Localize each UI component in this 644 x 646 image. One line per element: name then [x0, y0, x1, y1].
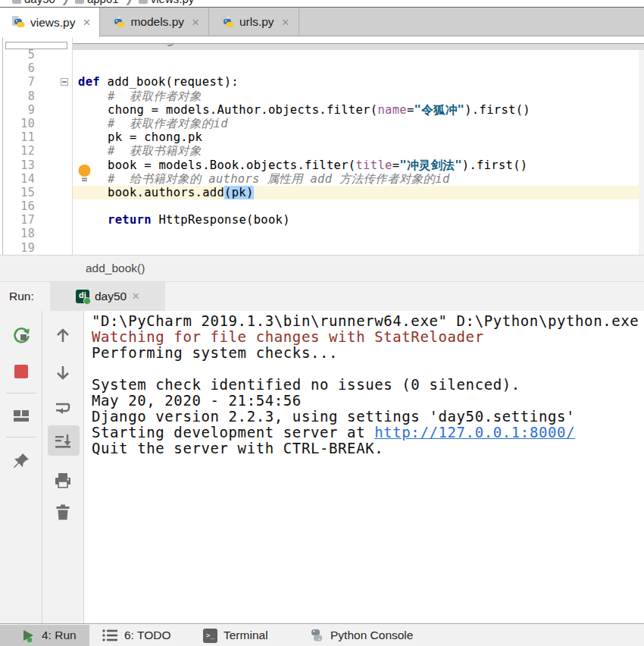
intention-bulb-icon[interactable] — [77, 164, 92, 185]
code-line-7[interactable]: 7def add_book(request): — [0, 75, 644, 89]
toolwindow-run-button[interactable]: 4: Run — [0, 625, 89, 646]
up-button[interactable] — [52, 325, 73, 346]
breadcrumb: day50❯app01❯views.py — [0, 0, 644, 8]
scroll-to-end-button[interactable] — [52, 431, 73, 452]
stop-icon — [11, 362, 31, 381]
line-number[interactable]: 10 — [0, 117, 35, 130]
restore-layout-button[interactable] — [11, 405, 32, 426]
toolwindow-todo-button[interactable]: 6: TODO — [102, 625, 170, 646]
terminal-icon: >_ — [203, 629, 217, 643]
toolwindow-label: Terminal — [224, 629, 268, 642]
context-bar: add_book() — [0, 255, 644, 282]
code-text: chong = models.Author.objects.filter(nam… — [72, 103, 530, 117]
line-number[interactable]: 13 — [0, 158, 35, 172]
pycharm-window: day50❯app01❯views.py views.py× models.py… — [0, 0, 644, 646]
run-config-tab[interactable]: dj day50 × — [50, 282, 165, 311]
code-text: # 获取作者对象的id — [72, 117, 228, 130]
toolwindow-label: Python Console — [330, 629, 413, 642]
toolwindow-terminal-button[interactable]: >_Terminal — [203, 625, 268, 646]
line-number[interactable]: 7 — [0, 75, 35, 89]
code-line-15[interactable]: 15book.authors.add(pk) — [0, 186, 644, 199]
line-number[interactable]: 16 — [0, 199, 35, 213]
close-icon[interactable]: × — [83, 16, 90, 29]
line-number[interactable]: 8 — [0, 89, 35, 103]
code-text — [72, 227, 78, 240]
close-icon[interactable]: × — [192, 16, 199, 29]
scroll-to-end-icon — [53, 431, 73, 451]
code-text — [72, 48, 78, 61]
breadcrumb-item[interactable]: day50 — [24, 0, 55, 5]
rerun-icon — [11, 325, 31, 345]
code-line-12[interactable]: 12# 获取书籍对象 — [0, 144, 644, 158]
context-function-label[interactable]: add_book() — [86, 256, 145, 281]
editor-tab-views-py[interactable]: views.py× — [0, 8, 100, 37]
code-line-6[interactable]: 6 — [0, 61, 644, 75]
close-icon[interactable]: × — [132, 289, 139, 304]
code-line-19[interactable]: 19 — [0, 241, 644, 255]
pin-button[interactable] — [11, 450, 32, 472]
down-button[interactable] — [52, 362, 73, 384]
soft-wrap-icon — [53, 398, 73, 418]
code-line-10[interactable]: 10# 获取作者对象的id — [0, 117, 644, 130]
clear-trash-icon — [53, 503, 73, 522]
code-editor[interactable]: 567def add_book(request):8# 获取作者对象9chong… — [0, 36, 644, 255]
pin-icon — [11, 451, 31, 471]
console-text: Starting development server at — [92, 424, 374, 441]
fold-marker-icon[interactable] — [61, 78, 68, 86]
editor-tab-urls-py[interactable]: urls.py× — [209, 8, 299, 36]
line-number[interactable]: 19 — [0, 241, 35, 255]
breadcrumb-item[interactable]: app01 — [87, 0, 119, 5]
line-number[interactable]: 15 — [0, 186, 35, 199]
code-line-9[interactable]: 9chong = models.Author.objects.filter(na… — [0, 103, 644, 117]
code-line-16[interactable]: 16 — [0, 199, 644, 213]
console-line: System check identified no issues (0 sil… — [84, 377, 644, 393]
line-number[interactable]: 12 — [0, 144, 35, 158]
code-line-17[interactable]: 17return HttpResponse(book) — [0, 213, 644, 227]
line-number[interactable]: 17 — [0, 213, 35, 227]
code-line-8[interactable]: 8# 获取作者对象 — [0, 89, 644, 103]
console-text: System check identified no issues (0 sil… — [92, 376, 521, 393]
console-line: "D:\PyCharm 2019.1.3\bin\runnerw64.exe" … — [84, 313, 644, 329]
clear-button[interactable] — [52, 502, 73, 523]
editor-scroll-strip[interactable] — [639, 50, 644, 255]
line-number[interactable]: 11 — [0, 130, 35, 144]
rerun-button[interactable] — [11, 325, 32, 346]
scroll-up-icon — [53, 325, 73, 345]
console-line: Watching for file changes with StatReloa… — [84, 329, 644, 345]
line-number[interactable]: 14 — [0, 172, 35, 186]
soft-wrap-button[interactable] — [52, 397, 73, 419]
tab-label: models.py — [130, 15, 184, 29]
console-text: Django version 2.2.3, using settings 'da… — [92, 408, 575, 425]
code-line-5[interactable]: 5 — [0, 48, 644, 61]
console-line: Quit the server with CTRL-BREAK. — [84, 441, 644, 456]
toolwindow-python-console-button[interactable]: Python Console — [309, 625, 413, 646]
breadcrumb-item[interactable]: views.py — [151, 0, 195, 5]
line-number[interactable]: 18 — [0, 227, 35, 240]
toolwindow-label: 4: Run — [42, 629, 77, 642]
scroll-down-icon — [53, 363, 73, 383]
server-url-link[interactable]: http://127.0.0.1:8000/ — [374, 424, 575, 441]
close-icon[interactable]: × — [282, 16, 289, 29]
code-text: # 获取作者对象 — [72, 89, 202, 103]
editor-tab-models-py[interactable]: models.py× — [100, 8, 209, 36]
stop-button[interactable] — [11, 361, 32, 382]
code-line-13[interactable]: 13book = models.Book.objects.filter(titl… — [0, 158, 644, 172]
toolwindow-label: 6: TODO — [124, 629, 170, 642]
print-icon — [53, 471, 73, 491]
console-output[interactable]: "D:\PyCharm 2019.1.3\bin\runnerw64.exe" … — [84, 311, 644, 623]
code-line-18[interactable]: 18 — [0, 227, 644, 240]
code-text: book.authors.add(pk) — [72, 186, 254, 199]
toolbar-separator — [6, 393, 36, 394]
run-play-icon — [20, 628, 36, 643]
line-number[interactable]: 6 — [0, 61, 35, 75]
code-line-14[interactable]: 14# 给书籍对象的 authors 属性用 add 方法传作者对象的id — [0, 172, 644, 186]
code-text: pk = chong.pk — [72, 130, 202, 144]
line-number[interactable]: 9 — [0, 103, 35, 117]
code-line-11[interactable]: 11pk = chong.pk — [0, 130, 644, 144]
tab-label: urls.py — [239, 15, 274, 29]
python-file-icon — [220, 15, 235, 30]
folder-icon — [75, 0, 84, 4]
line-number[interactable]: 5 — [0, 48, 35, 61]
run-panel-body: "D:\PyCharm 2019.1.3\bin\runnerw64.exe" … — [0, 311, 644, 623]
print-button[interactable] — [52, 470, 73, 491]
